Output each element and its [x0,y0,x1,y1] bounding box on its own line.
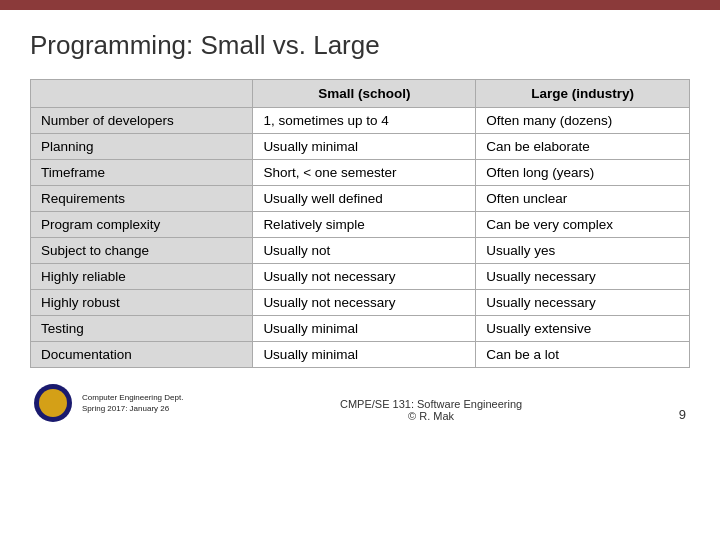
table-row: Highly robustUsually not necessaryUsuall… [31,290,690,316]
cell-4-1: Relatively simple [253,212,476,238]
cell-4-2: Can be very complex [476,212,690,238]
table-row: Program complexityRelatively simpleCan b… [31,212,690,238]
footer-left: Computer Engineering Dept. Spring 2017: … [34,384,183,422]
cell-6-2: Usually necessary [476,264,690,290]
col-header-row [31,80,253,108]
table-row: RequirementsUsually well definedOften un… [31,186,690,212]
footer-date: Spring 2017: January 26 [82,403,183,414]
cell-5-1: Usually not [253,238,476,264]
table-row: TimeframeShort, < one semesterOften long… [31,160,690,186]
cell-8-0: Testing [31,316,253,342]
footer-copyright: © R. Mak [340,410,522,422]
cell-3-0: Requirements [31,186,253,212]
cell-0-0: Number of developers [31,108,253,134]
cell-4-0: Program complexity [31,212,253,238]
cell-1-0: Planning [31,134,253,160]
cell-7-1: Usually not necessary [253,290,476,316]
table-row: Number of developers1, sometimes up to 4… [31,108,690,134]
cell-8-1: Usually minimal [253,316,476,342]
cell-7-2: Usually necessary [476,290,690,316]
comparison-table: Small (school) Large (industry) Number o… [30,79,690,368]
cell-9-2: Can be a lot [476,342,690,368]
footer-page-number: 9 [679,407,686,422]
cell-3-1: Usually well defined [253,186,476,212]
cell-0-1: 1, sometimes up to 4 [253,108,476,134]
cell-6-1: Usually not necessary [253,264,476,290]
footer-left-text: Computer Engineering Dept. Spring 2017: … [82,392,183,414]
cell-2-0: Timeframe [31,160,253,186]
page-title: Programming: Small vs. Large [30,30,690,61]
table-row: PlanningUsually minimalCan be elaborate [31,134,690,160]
footer-course: CMPE/SE 131: Software Engineering [340,398,522,410]
table-row: DocumentationUsually minimalCan be a lot [31,342,690,368]
cell-8-2: Usually extensive [476,316,690,342]
cell-5-0: Subject to change [31,238,253,264]
table-row: Subject to changeUsually notUsually yes [31,238,690,264]
cell-2-2: Often long (years) [476,160,690,186]
cell-6-0: Highly reliable [31,264,253,290]
cell-5-2: Usually yes [476,238,690,264]
logo-inner [39,389,67,417]
cell-9-0: Documentation [31,342,253,368]
table-row: Highly reliableUsually not necessaryUsua… [31,264,690,290]
cell-9-1: Usually minimal [253,342,476,368]
cell-7-0: Highly robust [31,290,253,316]
cell-2-1: Short, < one semester [253,160,476,186]
footer-dept: Computer Engineering Dept. [82,392,183,403]
cell-1-2: Can be elaborate [476,134,690,160]
page-content: Programming: Small vs. Large Small (scho… [0,10,720,432]
footer: Computer Engineering Dept. Spring 2017: … [30,384,690,422]
footer-center-text: CMPE/SE 131: Software Engineering © R. M… [340,398,522,422]
top-bar [0,0,720,10]
sjsu-logo [34,384,72,422]
cell-3-2: Often unclear [476,186,690,212]
col-header-small: Small (school) [253,80,476,108]
cell-1-1: Usually minimal [253,134,476,160]
cell-0-2: Often many (dozens) [476,108,690,134]
table-row: TestingUsually minimalUsually extensive [31,316,690,342]
col-header-large: Large (industry) [476,80,690,108]
